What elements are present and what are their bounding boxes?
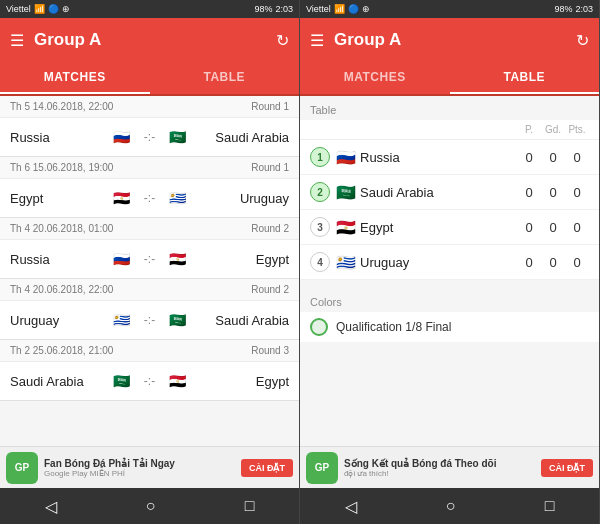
- refresh-icon-right[interactable]: ↻: [576, 31, 589, 50]
- standings-row-3[interactable]: 3 🇪🇬 Egypt 0 0 0: [300, 210, 599, 245]
- home-team-4: Uruguay: [10, 313, 104, 328]
- home-team-1: Russia: [10, 130, 104, 145]
- score-4: -:-: [144, 313, 155, 327]
- signal-icon-left: 📶: [34, 4, 45, 14]
- score-2: -:-: [144, 191, 155, 205]
- away-flag-3: 🇪🇬: [166, 248, 188, 270]
- home-team-3: Russia: [10, 252, 104, 267]
- standings-table: P. Gd. Pts. 1 🇷🇺 Russia 0 0 0 2 🇸🇦 Saudi…: [300, 120, 599, 280]
- match-row-4[interactable]: Uruguay 🇺🇾 -:- 🇸🇦 Saudi Arabia: [0, 301, 299, 339]
- tab-matches-left[interactable]: MATCHES: [0, 62, 150, 94]
- rank-badge-3: 3: [310, 217, 330, 237]
- page-title-right: Group A: [334, 30, 566, 50]
- recents-icon-left[interactable]: □: [245, 497, 255, 515]
- back-icon-left[interactable]: ◁: [45, 497, 57, 516]
- color-dot-1: [310, 318, 328, 336]
- time-right: 2:03: [575, 4, 593, 14]
- ad-sub-right: đội ưa thích!: [344, 469, 535, 478]
- page-title-left: Group A: [34, 30, 266, 50]
- team-pts-4: 0: [565, 255, 589, 270]
- extra-icon-right: ⊕: [362, 4, 370, 14]
- tab-table-right[interactable]: TABLE: [450, 62, 600, 94]
- ad-banner-left: GP Fan Bóng Đá Phải Tải Ngay Google Play…: [0, 446, 299, 488]
- score-3: -:-: [144, 252, 155, 266]
- match-group-3: Th 4 20.06.2018, 01:00 Round 2 Russia 🇷🇺…: [0, 218, 299, 279]
- ad-icon-right: GP: [306, 452, 338, 484]
- team-pts-1: 0: [565, 150, 589, 165]
- team-flag-2: 🇸🇦: [336, 183, 356, 202]
- ad-button-left[interactable]: CÀI ĐẶT: [241, 459, 293, 477]
- match-group-5: Th 2 25.06.2018, 21:00 Round 3 Saudi Ara…: [0, 340, 299, 401]
- standings-row-4[interactable]: 4 🇺🇾 Uruguay 0 0 0: [300, 245, 599, 280]
- signal-icon-right: 📶: [334, 4, 345, 14]
- ad-banner-right: GP Sống Kết quả Bóng đá Theo dõi đội ưa …: [300, 446, 599, 488]
- time-left: 2:03: [275, 4, 293, 14]
- status-right-left: 98% 2:03: [254, 4, 293, 14]
- home-icon-left[interactable]: ○: [146, 497, 156, 515]
- ad-text-right: Sống Kết quả Bóng đá Theo dõi đội ưa thí…: [344, 458, 535, 478]
- team-flag-4: 🇺🇾: [336, 253, 356, 272]
- away-flag-4: 🇸🇦: [166, 309, 188, 331]
- match-header-2: Th 6 15.06.2018, 19:00 Round 1: [0, 157, 299, 179]
- team-pts-2: 0: [565, 185, 589, 200]
- col-header-p: P.: [517, 124, 541, 135]
- match-date-3: Th 4 20.06.2018, 01:00: [10, 223, 113, 234]
- recents-icon-right[interactable]: □: [545, 497, 555, 515]
- ad-button-right[interactable]: CÀI ĐẶT: [541, 459, 593, 477]
- nav-bar-right: ◁ ○ □: [300, 488, 599, 524]
- status-bar-left: Viettel 📶 🔵 ⊕ 98% 2:03: [0, 0, 299, 18]
- carrier-right: Viettel: [306, 4, 331, 14]
- home-team-5: Saudi Arabia: [10, 374, 104, 389]
- home-team-2: Egypt: [10, 191, 104, 206]
- team-p-1: 0: [517, 150, 541, 165]
- carrier-left: Viettel: [6, 4, 31, 14]
- match-row-2[interactable]: Egypt 🇪🇬 -:- 🇺🇾 Uruguay: [0, 179, 299, 217]
- ad-icon-left: GP: [6, 452, 38, 484]
- status-right-right: 98% 2:03: [554, 4, 593, 14]
- team-name-1: Russia: [360, 150, 517, 165]
- match-row-5[interactable]: Saudi Arabia 🇸🇦 -:- 🇪🇬 Egypt: [0, 362, 299, 400]
- rank-badge-1: 1: [310, 147, 330, 167]
- match-header-5: Th 2 25.06.2018, 21:00 Round 3: [0, 340, 299, 362]
- match-group-4: Th 4 20.06.2018, 22:00 Round 2 Uruguay 🇺…: [0, 279, 299, 340]
- away-flag-2: 🇺🇾: [166, 187, 188, 209]
- refresh-icon-left[interactable]: ↻: [276, 31, 289, 50]
- match-date-5: Th 2 25.06.2018, 21:00: [10, 345, 113, 356]
- team-name-2: Saudi Arabia: [360, 185, 517, 200]
- team-gd-4: 0: [541, 255, 565, 270]
- color-item-1: Qualification 1/8 Final: [300, 312, 599, 342]
- hamburger-icon-right[interactable]: ☰: [310, 31, 324, 50]
- tabs-right: MATCHES TABLE: [300, 62, 599, 96]
- match-date-1: Th 5 14.06.2018, 22:00: [10, 101, 113, 112]
- match-row-1[interactable]: Russia 🇷🇺 -:- 🇸🇦 Saudi Arabia: [0, 118, 299, 156]
- team-name-3: Egypt: [360, 220, 517, 235]
- tab-table-left[interactable]: TABLE: [150, 62, 300, 94]
- rank-badge-2: 2: [310, 182, 330, 202]
- match-round-1: Round 1: [251, 101, 289, 112]
- match-round-4: Round 2: [251, 284, 289, 295]
- away-team-3: Egypt: [195, 252, 289, 267]
- home-icon-right[interactable]: ○: [446, 497, 456, 515]
- right-panel: Viettel 📶 🔵 ⊕ 98% 2:03 ☰ Group A ↻ MATCH…: [300, 0, 600, 524]
- tab-matches-right[interactable]: MATCHES: [300, 62, 450, 94]
- home-flag-3: 🇷🇺: [111, 248, 133, 270]
- nav-bar-left: ◁ ○ □: [0, 488, 299, 524]
- status-bar-right: Viettel 📶 🔵 ⊕ 98% 2:03: [300, 0, 599, 18]
- back-icon-right[interactable]: ◁: [345, 497, 357, 516]
- match-row-3[interactable]: Russia 🇷🇺 -:- 🇪🇬 Egypt: [0, 240, 299, 278]
- hamburger-icon-left[interactable]: ☰: [10, 31, 24, 50]
- wifi-icon-right: 🔵: [348, 4, 359, 14]
- team-name-4: Uruguay: [360, 255, 517, 270]
- score-5: -:-: [144, 374, 155, 388]
- color-label-1: Qualification 1/8 Final: [336, 320, 451, 334]
- standings-row-2[interactable]: 2 🇸🇦 Saudi Arabia 0 0 0: [300, 175, 599, 210]
- standings-row-1[interactable]: 1 🇷🇺 Russia 0 0 0: [300, 140, 599, 175]
- tabs-left: MATCHES TABLE: [0, 62, 299, 96]
- colors-section: Colors Qualification 1/8 Final: [300, 288, 599, 342]
- match-round-5: Round 3: [251, 345, 289, 356]
- battery-left: 98%: [254, 4, 272, 14]
- away-flag-5: 🇪🇬: [166, 370, 188, 392]
- away-flag-1: 🇸🇦: [166, 126, 188, 148]
- match-date-4: Th 4 20.06.2018, 22:00: [10, 284, 113, 295]
- team-gd-2: 0: [541, 185, 565, 200]
